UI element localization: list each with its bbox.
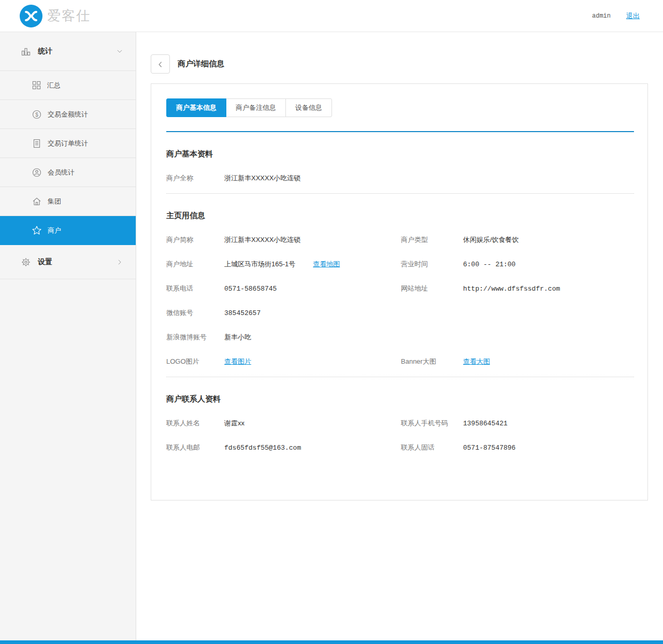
field-label: 商户全称 <box>166 174 224 183</box>
grid-icon <box>32 80 41 90</box>
sidebar-item-label: 商户 <box>48 226 61 235</box>
field-label: Banner大图 <box>401 357 463 366</box>
tab-merchant-basic-info[interactable]: 商户基本信息 <box>166 98 226 117</box>
field-label: 商户类型 <box>401 235 463 245</box>
tab-device-info[interactable]: 设备信息 <box>285 98 332 117</box>
sidebar-group-label: 统计 <box>38 47 52 56</box>
contact-phone: 0571-58658745 <box>224 285 277 293</box>
field-label: 微信账号 <box>166 308 224 318</box>
back-chevron-icon <box>156 60 165 68</box>
merchant-full-name: 浙江新丰XXXXX小吃连锁 <box>224 174 300 183</box>
merchant-type: 休闲娱乐/饮食餐饮 <box>463 235 519 245</box>
sidebar-group-statistics[interactable]: 统计 <box>0 32 136 71</box>
member-icon <box>32 167 42 178</box>
home-icon <box>32 196 42 207</box>
app-logo-icon <box>20 5 42 27</box>
sidebar-item-merchant[interactable]: 商户 <box>0 216 136 245</box>
sidebar-item-label: 交易订单统计 <box>48 139 88 148</box>
contact-person-email: fds65fdsf55@163.com <box>224 444 301 452</box>
star-icon <box>32 225 42 236</box>
sidebar-group-label: 设置 <box>38 257 52 267</box>
sidebar-item-group[interactable]: 集团 <box>0 187 136 216</box>
logout-link[interactable]: 退出 <box>626 11 640 21</box>
field-label: 营业时间 <box>401 260 463 269</box>
field-label: 新浪微博账号 <box>166 333 224 342</box>
field-label: 联系人手机号码 <box>401 419 463 428</box>
brand-name: 爱客仕 <box>47 7 91 25</box>
section-title-homepage: 主页用信息 <box>166 194 634 221</box>
sidebar-item-label: 集团 <box>48 197 61 206</box>
field-label: 联系人固话 <box>401 443 463 452</box>
sidebar-item-summary[interactable]: 汇总 <box>0 71 136 100</box>
contact-person-mobile: 13958645421 <box>463 420 508 427</box>
tab-merchant-remarks[interactable]: 商户备注信息 <box>226 98 286 117</box>
sidebar-item-transaction-amount[interactable]: $ 交易金额统计 <box>0 100 136 129</box>
field-label: 联系人电邮 <box>166 443 224 452</box>
top-header: 爱客仕 admin 退出 <box>0 0 663 32</box>
page-title: 商户详细信息 <box>178 59 224 69</box>
chevron-down-icon <box>116 48 123 55</box>
view-banner-image-link[interactable]: 查看大图 <box>463 357 490 366</box>
dollar-circle-icon: $ <box>32 109 42 120</box>
website-url: http://www.dfsfssdfr.com <box>463 285 560 293</box>
document-icon <box>32 138 42 149</box>
merchant-short-name: 浙江新丰XXXXX小吃连锁 <box>224 235 300 245</box>
bar-chart-icon <box>21 46 31 56</box>
sidebar-item-label: 汇总 <box>47 81 61 90</box>
sidebar-item-transaction-orders[interactable]: 交易订单统计 <box>0 129 136 158</box>
field-label: 商户地址 <box>166 260 224 269</box>
field-label: 联系人姓名 <box>166 419 224 428</box>
main-content: 商户详细信息 商户基本信息 商户备注信息 设备信息 商户基本资料 商户全称 浙江… <box>137 32 663 644</box>
gear-icon <box>21 257 31 267</box>
brand-area: 爱客仕 <box>20 5 91 27</box>
bottom-accent-bar <box>0 640 663 644</box>
section-title-contact: 商户联系人资料 <box>166 377 634 404</box>
field-label: LOGO图片 <box>166 357 224 366</box>
back-button[interactable] <box>151 54 170 74</box>
svg-text:$: $ <box>35 111 38 117</box>
sidebar: 统计 汇总 $ 交易金额统计 交易订单统计 <box>0 32 136 644</box>
section-title-basic: 商户基本资料 <box>166 132 634 159</box>
contact-person-name: 谢霆xx <box>224 419 244 428</box>
contact-person-telephone: 0571-87547896 <box>463 444 515 452</box>
field-label: 网站地址 <box>401 284 463 293</box>
view-logo-image-link[interactable]: 查看图片 <box>224 357 251 366</box>
sidebar-group-settings[interactable]: 设置 <box>0 245 136 279</box>
sidebar-item-member-stats[interactable]: 会员统计 <box>0 158 136 187</box>
tab-bar: 商户基本信息 商户备注信息 设备信息 <box>166 98 634 117</box>
field-label: 商户简称 <box>166 235 224 245</box>
merchant-detail-card: 商户基本信息 商户备注信息 设备信息 商户基本资料 商户全称 浙江新丰XXXXX… <box>151 83 648 500</box>
view-map-link[interactable]: 查看地图 <box>313 260 340 269</box>
sidebar-item-label: 会员统计 <box>48 168 75 177</box>
wechat-account: 385452657 <box>224 309 261 317</box>
chevron-right-icon <box>116 259 123 266</box>
business-hours: 6:00 -- 21:00 <box>463 261 515 268</box>
sidebar-item-label: 交易金额统计 <box>48 110 88 119</box>
logged-in-user: admin <box>592 12 611 20</box>
weibo-account: 新丰小吃 <box>224 333 251 342</box>
field-label: 联系电话 <box>166 284 224 293</box>
merchant-address: 上城区马市场街165-1号 <box>224 260 295 269</box>
